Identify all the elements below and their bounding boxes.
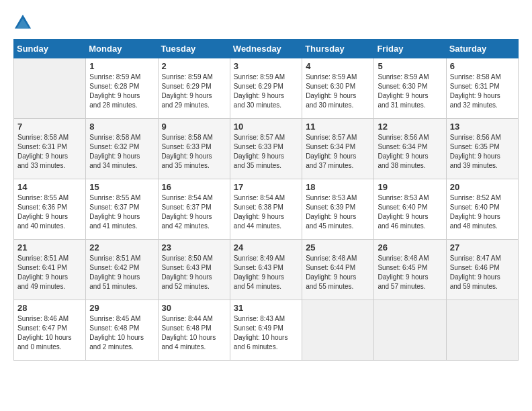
calendar-cell: 16Sunrise: 8:54 AM Sunset: 6:37 PM Dayli…: [158, 179, 230, 240]
calendar-cell: 22Sunrise: 8:51 AM Sunset: 6:42 PM Dayli…: [86, 240, 158, 300]
day-number: 11: [306, 122, 370, 132]
calendar-cell: 1Sunrise: 8:59 AM Sunset: 6:28 PM Daylig…: [86, 58, 158, 119]
day-number: 31: [234, 303, 298, 313]
calendar-cell: 24Sunrise: 8:49 AM Sunset: 6:43 PM Dayli…: [230, 240, 302, 300]
calendar-cell: 19Sunrise: 8:53 AM Sunset: 6:40 PM Dayli…: [374, 179, 446, 240]
day-info: Sunrise: 8:54 AM Sunset: 6:37 PM Dayligh…: [162, 193, 226, 231]
calendar-cell: 28Sunrise: 8:46 AM Sunset: 6:47 PM Dayli…: [14, 300, 86, 361]
day-info: Sunrise: 8:48 AM Sunset: 6:45 PM Dayligh…: [378, 254, 442, 291]
day-info: Sunrise: 8:59 AM Sunset: 6:30 PM Dayligh…: [378, 73, 442, 110]
calendar-cell: 7Sunrise: 8:58 AM Sunset: 6:31 PM Daylig…: [14, 119, 86, 179]
day-number: 4: [306, 61, 370, 71]
day-number: 3: [234, 61, 298, 71]
day-info: Sunrise: 8:59 AM Sunset: 6:29 PM Dayligh…: [234, 73, 298, 110]
day-number: 21: [17, 242, 82, 253]
day-number: 8: [89, 122, 154, 132]
day-number: 23: [162, 242, 226, 253]
day-number: 16: [162, 182, 226, 192]
day-info: Sunrise: 8:44 AM Sunset: 6:48 PM Dayligh…: [162, 314, 226, 352]
calendar-week-3: 14Sunrise: 8:55 AM Sunset: 6:36 PM Dayli…: [14, 179, 519, 240]
calendar-cell: [446, 300, 518, 361]
day-info: Sunrise: 8:48 AM Sunset: 6:44 PM Dayligh…: [306, 254, 370, 291]
header-cell-wednesday: Wednesday: [230, 40, 302, 58]
day-number: 25: [306, 242, 370, 253]
day-number: 5: [378, 61, 442, 71]
day-info: Sunrise: 8:51 AM Sunset: 6:41 PM Dayligh…: [17, 254, 82, 291]
day-info: Sunrise: 8:53 AM Sunset: 6:39 PM Dayligh…: [306, 193, 370, 231]
calendar-cell: 27Sunrise: 8:47 AM Sunset: 6:46 PM Dayli…: [446, 240, 518, 300]
day-info: Sunrise: 8:59 AM Sunset: 6:28 PM Dayligh…: [89, 73, 154, 110]
day-info: Sunrise: 8:53 AM Sunset: 6:40 PM Dayligh…: [378, 193, 442, 231]
day-info: Sunrise: 8:45 AM Sunset: 6:48 PM Dayligh…: [89, 314, 154, 352]
logo: [13, 13, 35, 32]
day-number: 12: [378, 122, 442, 132]
calendar-cell: 5Sunrise: 8:59 AM Sunset: 6:30 PM Daylig…: [374, 58, 446, 119]
calendar-cell: 2Sunrise: 8:59 AM Sunset: 6:29 PM Daylig…: [158, 58, 230, 119]
day-info: Sunrise: 8:57 AM Sunset: 6:34 PM Dayligh…: [306, 133, 370, 171]
day-number: 26: [378, 242, 442, 253]
header-cell-tuesday: Tuesday: [158, 40, 230, 58]
day-number: 15: [89, 182, 154, 192]
calendar-cell: 18Sunrise: 8:53 AM Sunset: 6:39 PM Dayli…: [302, 179, 374, 240]
day-info: Sunrise: 8:47 AM Sunset: 6:46 PM Dayligh…: [450, 254, 515, 291]
calendar-cell: 21Sunrise: 8:51 AM Sunset: 6:41 PM Dayli…: [14, 240, 86, 300]
calendar-cell: 15Sunrise: 8:55 AM Sunset: 6:37 PM Dayli…: [86, 179, 158, 240]
day-number: 30: [162, 303, 226, 313]
day-info: Sunrise: 8:57 AM Sunset: 6:33 PM Dayligh…: [234, 133, 298, 171]
day-number: 22: [89, 242, 154, 253]
calendar-table: SundayMondayTuesdayWednesdayThursdayFrid…: [13, 39, 519, 361]
calendar-week-1: 1Sunrise: 8:59 AM Sunset: 6:28 PM Daylig…: [14, 58, 519, 119]
calendar-week-2: 7Sunrise: 8:58 AM Sunset: 6:31 PM Daylig…: [14, 119, 519, 179]
header-cell-sunday: Sunday: [14, 40, 86, 58]
calendar-cell: 23Sunrise: 8:50 AM Sunset: 6:43 PM Dayli…: [158, 240, 230, 300]
day-info: Sunrise: 8:59 AM Sunset: 6:30 PM Dayligh…: [306, 73, 370, 110]
day-number: 1: [89, 61, 154, 71]
calendar-cell: 4Sunrise: 8:59 AM Sunset: 6:30 PM Daylig…: [302, 58, 374, 119]
day-info: Sunrise: 8:46 AM Sunset: 6:47 PM Dayligh…: [17, 314, 82, 352]
day-info: Sunrise: 8:49 AM Sunset: 6:43 PM Dayligh…: [234, 254, 298, 291]
logo-icon: [13, 13, 32, 32]
calendar-cell: 30Sunrise: 8:44 AM Sunset: 6:48 PM Dayli…: [158, 300, 230, 361]
calendar-cell: 10Sunrise: 8:57 AM Sunset: 6:33 PM Dayli…: [230, 119, 302, 179]
day-info: Sunrise: 8:55 AM Sunset: 6:37 PM Dayligh…: [89, 193, 154, 231]
header-cell-monday: Monday: [86, 40, 158, 58]
day-info: Sunrise: 8:58 AM Sunset: 6:31 PM Dayligh…: [17, 133, 82, 171]
calendar-cell: [302, 300, 374, 361]
day-number: 29: [89, 303, 154, 313]
calendar-cell: [374, 300, 446, 361]
day-info: Sunrise: 8:51 AM Sunset: 6:42 PM Dayligh…: [89, 254, 154, 291]
calendar-cell: 20Sunrise: 8:52 AM Sunset: 6:40 PM Dayli…: [446, 179, 518, 240]
day-number: 28: [17, 303, 82, 313]
calendar-cell: [14, 58, 86, 119]
calendar-cell: 8Sunrise: 8:58 AM Sunset: 6:32 PM Daylig…: [86, 119, 158, 179]
calendar-cell: 17Sunrise: 8:54 AM Sunset: 6:38 PM Dayli…: [230, 179, 302, 240]
day-info: Sunrise: 8:58 AM Sunset: 6:31 PM Dayligh…: [450, 73, 515, 110]
calendar-cell: 3Sunrise: 8:59 AM Sunset: 6:29 PM Daylig…: [230, 58, 302, 119]
day-number: 24: [234, 242, 298, 253]
calendar-cell: 31Sunrise: 8:43 AM Sunset: 6:49 PM Dayli…: [230, 300, 302, 361]
calendar-cell: 12Sunrise: 8:56 AM Sunset: 6:34 PM Dayli…: [374, 119, 446, 179]
calendar-cell: 11Sunrise: 8:57 AM Sunset: 6:34 PM Dayli…: [302, 119, 374, 179]
header-cell-saturday: Saturday: [446, 40, 518, 58]
day-number: 9: [162, 122, 226, 132]
day-info: Sunrise: 8:43 AM Sunset: 6:49 PM Dayligh…: [234, 314, 298, 352]
day-number: 18: [306, 182, 370, 192]
calendar-cell: 25Sunrise: 8:48 AM Sunset: 6:44 PM Dayli…: [302, 240, 374, 300]
day-number: 13: [450, 122, 515, 132]
day-number: 10: [234, 122, 298, 132]
day-info: Sunrise: 8:56 AM Sunset: 6:34 PM Dayligh…: [378, 133, 442, 171]
calendar-header: SundayMondayTuesdayWednesdayThursdayFrid…: [14, 40, 519, 58]
calendar-cell: 9Sunrise: 8:58 AM Sunset: 6:33 PM Daylig…: [158, 119, 230, 179]
calendar-body: 1Sunrise: 8:59 AM Sunset: 6:28 PM Daylig…: [14, 58, 519, 361]
calendar-cell: 13Sunrise: 8:56 AM Sunset: 6:35 PM Dayli…: [446, 119, 518, 179]
day-number: 27: [450, 242, 515, 253]
day-number: 19: [378, 182, 442, 192]
calendar-cell: 29Sunrise: 8:45 AM Sunset: 6:48 PM Dayli…: [86, 300, 158, 361]
day-number: 6: [450, 61, 515, 71]
day-info: Sunrise: 8:50 AM Sunset: 6:43 PM Dayligh…: [162, 254, 226, 291]
calendar-week-4: 21Sunrise: 8:51 AM Sunset: 6:41 PM Dayli…: [14, 240, 519, 300]
day-info: Sunrise: 8:54 AM Sunset: 6:38 PM Dayligh…: [234, 193, 298, 231]
day-number: 14: [17, 182, 82, 192]
day-info: Sunrise: 8:52 AM Sunset: 6:40 PM Dayligh…: [450, 193, 515, 231]
day-number: 17: [234, 182, 298, 192]
